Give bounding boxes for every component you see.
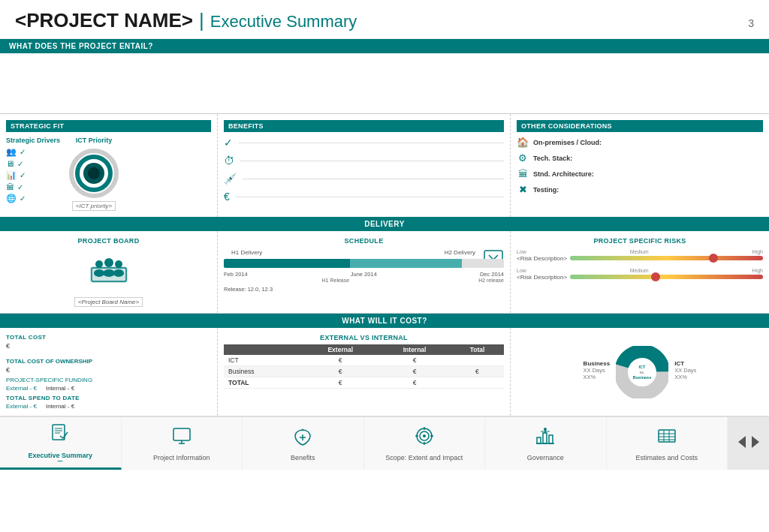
nav-benefits[interactable]: Benefits <box>243 417 364 470</box>
nav-active-indicator <box>57 461 63 461</box>
nav-estimates-label: Estimates and Costs <box>635 454 698 461</box>
ict-donut-svg <box>68 147 120 200</box>
date-feb: Feb 2014 <box>224 271 248 278</box>
ict-pct: XX% <box>674 374 696 380</box>
executive-summary-icon <box>50 423 71 449</box>
bottom-nav: Executive Summary Project Information <box>0 416 769 470</box>
svg-rect-41 <box>659 430 675 442</box>
project-board-header: PROJECT BOARD <box>78 237 140 245</box>
svg-point-10 <box>115 260 122 268</box>
header-divider: | <box>199 9 204 32</box>
benefits-nav-icon <box>292 425 313 451</box>
risk-high-2: High <box>752 268 763 273</box>
pie-left-legend: Business XX Days XX% <box>584 360 611 383</box>
row-total-ext: € <box>302 377 378 389</box>
project-name: <PROJECT NAME> <box>15 9 193 32</box>
svg-point-8 <box>104 258 113 267</box>
timeline-track <box>224 259 504 268</box>
check-4: ✓ <box>17 183 23 191</box>
nav-proj-info-label: Project Information <box>153 454 210 461</box>
spend-ext-int: External - € Internal - € <box>6 403 211 410</box>
project-info-icon <box>171 425 192 451</box>
cost-table-header: External Internal Total <box>224 344 504 355</box>
table-row-total: TOTAL € € <box>224 377 504 389</box>
estimates-icon <box>656 425 677 451</box>
risk-med-1: Medium <box>630 249 649 254</box>
other-header: OTHER CONSIDERATIONS <box>517 120 763 132</box>
svg-text:vs.: vs. <box>640 370 644 374</box>
benefit-line-1 <box>239 143 504 143</box>
spend-label: TOTAL SPEND TO DATE <box>6 395 211 401</box>
delivery-banner: DELIVERY <box>0 217 769 231</box>
nav-estimates[interactable]: Estimates and Costs <box>607 417 728 470</box>
page-header: <PROJECT NAME> | Executive Summary 3 <box>0 0 769 39</box>
risks-col: PROJECT SPECIFIC RISKS Low Medium High <… <box>511 231 769 313</box>
nav-scope-label: Scope: Extent and Impact <box>385 454 463 461</box>
risk-low-1: Low <box>517 249 526 254</box>
svg-rect-22 <box>173 428 190 440</box>
spend-int: Internal - € <box>46 403 74 410</box>
governance-icon <box>535 425 556 451</box>
strategic-fit-header: STRATEGIC FIT <box>6 120 211 132</box>
risk-2-row: <Risk Description> <box>517 273 763 281</box>
home-icon: 🏠 <box>517 137 529 148</box>
nav-project-info[interactable]: Project Information <box>122 417 243 470</box>
consid-3: 🏛 Stnd. Architecture: <box>517 168 763 179</box>
svg-text:ICT: ICT <box>639 365 647 369</box>
consid-2-label: Tech. Stack: <box>533 155 572 162</box>
arch-icon: 🏛 <box>517 168 529 179</box>
risk-1: Low Medium High <Risk Description> <box>517 249 763 262</box>
svg-text:Business: Business <box>633 375 651 380</box>
strategic-icon-5: 🌐 ✓ <box>6 194 60 203</box>
nav-scope[interactable]: Scope: Extent and Impact <box>364 417 486 470</box>
page-number: 3 <box>748 17 754 29</box>
ext-int-title: EXTERNAL VS INTERNAL <box>224 334 504 341</box>
svg-rect-36 <box>549 435 553 443</box>
nav-arrows[interactable] <box>728 417 769 470</box>
what-banner: WHAT DOES THE PROJECT ENTAIL? <box>0 39 769 53</box>
svg-marker-48 <box>752 436 759 448</box>
nav-exec-label: Executive Summary <box>28 452 92 459</box>
svg-point-9 <box>103 269 115 277</box>
cost-table: External Internal Total ICT € € Business <box>224 344 504 389</box>
cost-banner: WHAT WILL IT COST? <box>0 314 769 328</box>
row-ict-total <box>451 355 504 366</box>
funding-int: Internal - € <box>46 385 74 392</box>
row-total-name: TOTAL <box>224 377 302 389</box>
board-people-svg <box>90 255 128 285</box>
pie-area: Business XX Days XX% ICT vs. Business <box>584 346 697 398</box>
ict-donut-chart <box>68 147 120 200</box>
pie-right-legend: ICT XX Days XX% <box>674 360 696 383</box>
risk-2-labels: Low Medium High <box>517 268 763 273</box>
nav-executive-summary[interactable]: Executive Summary <box>0 417 122 470</box>
benefit-line-3 <box>243 179 504 179</box>
chart-icon: 📊 <box>6 170 17 180</box>
col-internal: Internal <box>378 344 451 355</box>
building-icon: 🏛 <box>6 182 14 191</box>
svg-marker-47 <box>738 436 746 448</box>
nav-governance[interactable]: Governance <box>485 417 607 470</box>
page-subtitle: Executive Summary <box>210 12 357 32</box>
cost-left-col: TOTAL COST € TOTAL COST OF OWNERSHIP € P… <box>0 328 218 416</box>
benefit-3: 💉 <box>224 173 504 185</box>
timeline-releases: H1 Release H2 release <box>224 278 504 283</box>
description-area <box>0 53 769 113</box>
board-icon <box>90 255 128 291</box>
svg-point-7 <box>94 269 104 277</box>
timeline-dates: Feb 2014 June 2014 Dec 2014 <box>224 271 504 278</box>
nav-governance-label: Governance <box>527 454 564 461</box>
checkmark-icon: ✓ <box>224 137 233 149</box>
cost-mid-col: EXTERNAL VS INTERNAL External Internal T… <box>218 328 511 416</box>
risk-1-labels: Low Medium High <box>517 249 763 254</box>
svg-point-40 <box>544 428 547 431</box>
needle-icon: 💉 <box>224 173 237 185</box>
consid-1-label: On-premises / Cloud: <box>533 139 602 146</box>
row-ict-ext: € <box>302 355 378 366</box>
other-considerations-col: OTHER CONSIDERATIONS 🏠 On-premises / Clo… <box>511 114 769 217</box>
cost-pie-svg: ICT vs. Business <box>616 346 668 398</box>
clock-icon: ⏱ <box>224 155 234 167</box>
risk-high-1: High <box>752 249 763 254</box>
risk-low-2: Low <box>517 268 526 273</box>
strategic-drivers: Strategic Drivers 👥 ✓ 🖥 ✓ 📊 ✓ <box>6 137 60 203</box>
consid-1: 🏠 On-premises / Cloud: <box>517 137 763 148</box>
